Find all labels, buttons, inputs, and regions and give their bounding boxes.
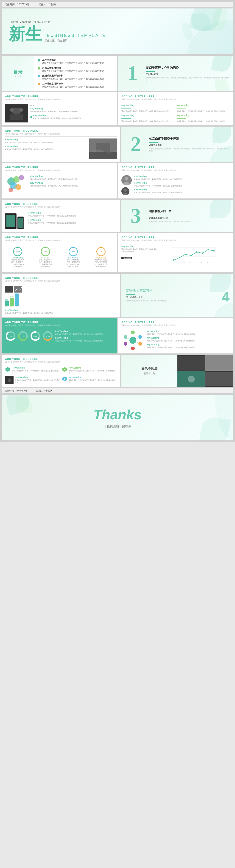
slide-4a: ADD YOUR TITLE HERE 请输入简短的文字内容，要求简洁明了，能向… — [2, 127, 120, 162]
cover-meta: 汇报时间：2017年9月 汇报人：千图网 — [9, 20, 226, 24]
hex-icon-1: ⚙ — [5, 367, 10, 372]
svg-text:5: 5 — [196, 262, 197, 263]
mosaic-4-svg — [205, 372, 233, 386]
svg-point-3 — [10, 108, 14, 112]
slide-3a-icon-row: Key Wording 请输入简短的文字内容，要求简洁明了，能向其他人表达出您的… — [30, 114, 113, 120]
slide-5a-title: ADD YOUR TITLE HERE — [5, 166, 113, 169]
section2-subtitle: 起新工作汇报 — [149, 144, 230, 147]
svg-rect-73 — [205, 372, 233, 386]
svg-point-25 — [213, 250, 215, 252]
section4-inner: 梦留低境 沉落其中 下一起成绩与优势 请输入简短的文字内容，要求简洁明了，能向其… — [122, 284, 233, 306]
svg-text:80%: 80% — [33, 335, 37, 337]
flow-diagram-svg — [122, 330, 145, 351]
c4 — [16, 184, 21, 190]
slide-9b-title: ADD YOUR TITLE HERE — [122, 321, 230, 324]
slide-6a-title-bar: ADD YOUR TITLE HERE 请输入简短的文字内容，要求简洁明了，能向… — [5, 203, 117, 210]
pct-circle-2: 70% — [41, 247, 50, 256]
thanks-content: Thanks 千图网感谢一路有你 — [94, 407, 141, 429]
svg-point-53 — [124, 342, 127, 346]
slide-10b: 春风等闲度 夜雨十年灯 — [122, 355, 233, 387]
svg-point-72 — [188, 376, 194, 382]
svg-text:3: 3 — [184, 262, 185, 263]
slide-3a-key1: Key Wording 请输入简短的文字内容，要求简洁明了，能向其他人表达出您的… — [30, 107, 113, 113]
slide-7b-sub: 请输入简短的文字内容，要求简洁明了，能向其他人表达出您的想法 — [122, 239, 230, 242]
slide-3a-key2: Key Wording 请输入简短的文字内容，要求简洁明了，能向其他人表达出您的… — [33, 114, 81, 120]
row-cover: 汇报时间：2017年9月 汇报人：千图网 新生 BUSINESS TEMPLAT… — [2, 8, 233, 54]
slide-4a-title-bar: ADD YOUR TITLE HERE 请输入简短的文字内容，要求简洁明了，能向… — [5, 129, 117, 137]
slide-5b-k1: Key Wording 请输入简短的文字内容，要求简洁明了，能向其他人表达出您的… — [134, 175, 230, 180]
slide-7b-tag-wrap: WFJ&0004 — [122, 255, 157, 259]
bar-3-fill — [15, 294, 19, 306]
section2-div — [149, 142, 158, 143]
toc-text-1: 工作基本概述 请输入简短的文字内容，要求简洁明了，能向其他人表达出您的想法 — [42, 58, 104, 65]
slide-3b-cols: Key Wording 请输入简短的文字内容，要求简洁明了，能向其他人表达出您的… — [122, 104, 230, 122]
section1-num: 1 — [123, 63, 138, 84]
row-2: 目录 CONTENTS 工作基本概述 请输入简短的文字内容，要求简洁明了，能向其… — [2, 56, 233, 91]
pct-4: 3/5 Key Wording 请输入简短的文字内容，要求简洁明了，能向其他人表… — [94, 247, 108, 268]
header-reporter: 汇报人：千图网 — [38, 3, 56, 6]
section4-div — [126, 294, 135, 294]
slide-7a-sub: 请输入简短的文字内容，要求简洁明了，能向其他人表达出您的想法 — [5, 239, 113, 242]
slide-3a-svg — [5, 104, 28, 122]
slide-9a-donuts: 70% 55% 80% 40% — [5, 330, 53, 342]
svg-point-4 — [19, 108, 23, 112]
slide-9b: ADD YOUR TITLE HERE 请输入简短的文字内容，要求简洁明了，能向… — [118, 318, 233, 353]
portrait-2 — [122, 187, 129, 195]
slide-3b: ADD YOUR TITLE HERE 请输入简短的文字内容，要求简洁明了，能向… — [118, 92, 233, 125]
img-sm-1 — [5, 286, 13, 292]
slide-7b-tag: WFJ&0004 — [122, 257, 132, 259]
svg-text:★: ★ — [63, 368, 66, 371]
hex-img-svg-1 — [5, 376, 14, 384]
img-sm-1-svg — [5, 286, 13, 292]
pct-circle-3: 25% — [69, 247, 78, 256]
slide-toc: 目录 CONTENTS 工作基本概述 请输入简短的文字内容，要求简洁明了，能向其… — [2, 56, 117, 91]
mosaic-3 — [177, 371, 205, 387]
slide-5a-k2: Key Wording 请输入简短的文字内容，要求简洁明了，能向其他人表达出您的… — [30, 182, 113, 187]
page-wrapper: 汇报时间：2017年9月 汇报人：千图网 汇报时间：2017年9月 汇报人：千图… — [0, 0, 235, 442]
hex-text-4: Key Wording 请输入简短的文字内容，要求简洁明了，能向其他人表达出您的… — [69, 376, 117, 384]
svg-rect-69 — [177, 356, 205, 370]
slide-10a-body: ⚙ Key Wording 请输入简短的文字内容，要求简洁明了，能向其他人表达出… — [5, 367, 117, 384]
row-10: ADD YOUR TITLE HERE 请输入简短的文字内容，要求简洁明了，能向… — [2, 355, 233, 387]
slide-6a-k1: Key Wording 请输入简短的文字内容，要求简洁明了，能向其他人表达出您的… — [28, 212, 117, 217]
slide-8a-barchart: 50% 2013 65% 2014 80% 2015 — [5, 294, 117, 308]
toc-text-2: 起新工作汇报职能 请输入简短的文字内容，要求简洁明了，能向其他人表达出您的想法 — [42, 66, 104, 72]
donut-svg-3: 80% — [30, 331, 41, 342]
sep4 — [177, 118, 186, 119]
slide-8a-left: 50% 2013 65% 2014 80% 2015 — [5, 286, 117, 314]
row-3: ADD YOUR TITLE HERE 请输入简短的文字内容，要求简洁明了，能向… — [2, 92, 233, 125]
portrait-1-svg — [122, 175, 132, 185]
slide-7b-title-bar: ADD YOUR TITLE HERE 请输入简短的文字内容，要求简洁明了，能向… — [122, 236, 230, 243]
mosaic-2-svg — [205, 356, 233, 370]
bar-2: 65% 2014 — [10, 296, 14, 308]
slide-3a: ADD YOUR TITLE HERE 请输入简短的文字内容，要求简洁明了，能向… — [2, 92, 117, 125]
phone-mockup — [18, 217, 24, 229]
svg-point-51 — [138, 342, 142, 346]
row-6: ADD YOUR TITLE HERE 请输入简短的文字内容，要求简洁明了，能向… — [2, 200, 233, 232]
toc-dot-4 — [37, 83, 41, 85]
slide-5b-k3: Key Wording 请输入简短的文字内容，要求简洁明了，能向其他人表达出您的… — [134, 188, 230, 194]
svg-text:6: 6 — [202, 262, 202, 263]
cover-right: BUSINESS TEMPLATE 工作汇报 商务通用 — [45, 31, 106, 42]
bullet-1 — [30, 116, 32, 118]
svg-point-22 — [196, 251, 198, 253]
svg-point-52 — [131, 346, 135, 350]
slide-9b-k3: Key Wording 请输入简短的文字内容，要求简洁明了，能向其他人表达出您的… — [147, 343, 230, 349]
section4-desc: 请输入简短的文字内容，要求简洁明了，能向其他人表达出您的想法 — [126, 300, 229, 302]
slide-3a-text-col: 2016 Key Wording 请输入简短的文字内容，要求简洁明了，能向其他人… — [30, 104, 113, 122]
svg-point-12 — [124, 189, 127, 192]
slide-7b-left: Key Wording 请输入简短的文字内容，要求简洁明了，能向其他人表达出您的… — [122, 245, 157, 270]
slide-9b-keys: Key Wording 请输入简短的文字内容，要求简洁明了，能向其他人表达出您的… — [147, 330, 230, 351]
slide-3b-body: Key Wording 请输入简短的文字内容，要求简洁明了，能向其他人表达出您的… — [122, 104, 230, 122]
slide-5b: ADD YOUR TITLE HERE 请输入简短的文字内容，要求简洁明了，能向… — [118, 163, 233, 198]
svg-rect-6 — [89, 152, 117, 159]
toc-text-3: 起新成果展示与分享 请输入简短的文字内容，要求简洁明了，能向其他人表达出您的想法 — [42, 74, 104, 80]
slide-9b-title-bar: ADD YOUR TITLE HERE 请输入简短的文字内容，要求简洁明了，能向… — [122, 321, 230, 328]
spring-title: 春风等闲度 — [125, 367, 174, 371]
row-4: ADD YOUR TITLE HERE 请输入简短的文字内容，要求简洁明了，能向… — [2, 127, 233, 162]
section4-subtitle: 下一起成绩与优势 — [126, 296, 229, 299]
svg-point-50 — [138, 335, 142, 339]
hex-text-2: Key Wording 请输入简短的文字内容，要求简洁明了，能向其他人表达出您的… — [69, 367, 117, 374]
slide-5b-portraits — [122, 175, 132, 196]
svg-point-66 — [8, 378, 11, 382]
